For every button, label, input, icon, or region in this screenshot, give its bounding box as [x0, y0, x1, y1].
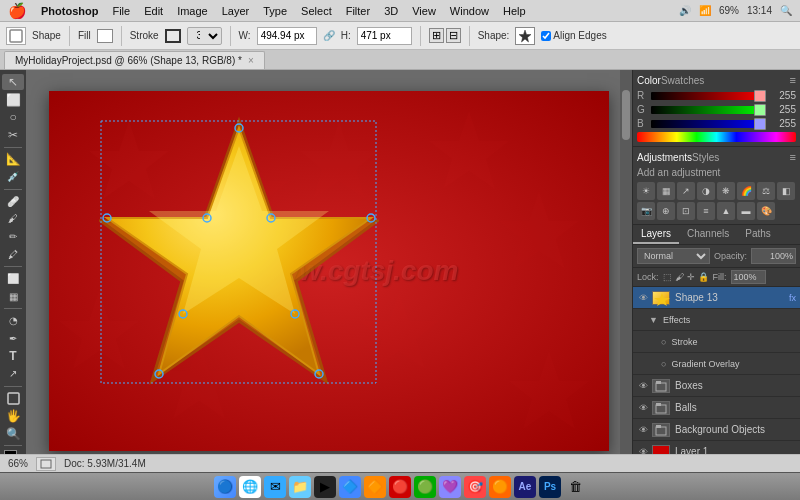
opacity-value[interactable]: 100% [751, 248, 796, 264]
eyedropper-tool[interactable]: 💉 [2, 169, 24, 185]
path-select-tool[interactable]: ↗ [2, 366, 24, 382]
dock-unity[interactable]: ▶ [314, 476, 336, 498]
dock-chrome[interactable]: 🌐 [239, 476, 261, 498]
menu-3d[interactable]: 3D [384, 5, 398, 17]
crop-tool[interactable]: 📐 [2, 151, 24, 167]
menu-window[interactable]: Window [450, 5, 489, 17]
shape-picker[interactable] [515, 27, 535, 45]
b-slider[interactable] [651, 120, 766, 128]
link-icon[interactable]: 🔗 [323, 30, 335, 41]
dock-app10[interactable]: 🎯 [464, 476, 486, 498]
path-op-btn2[interactable]: ⊟ [446, 28, 461, 43]
fit-canvas-btn[interactable] [36, 457, 56, 471]
canvas[interactable]: www.cgtsj.com [49, 91, 609, 451]
blend-mode-select[interactable]: NormalMultiplyScreen [637, 248, 710, 264]
hsl-adj[interactable]: 🌈 [737, 182, 755, 200]
menu-help[interactable]: Help [503, 5, 526, 17]
history-brush-tool[interactable]: 🖍 [2, 246, 24, 262]
v-scrollbar[interactable] [620, 70, 632, 460]
menu-edit[interactable]: Edit [144, 5, 163, 17]
lock-position-btn[interactable]: ✛ [687, 272, 695, 282]
apple-menu[interactable]: 🍎 [8, 2, 27, 20]
exposure-adj[interactable]: ◑ [697, 182, 715, 200]
vibrance-adj[interactable]: ❋ [717, 182, 735, 200]
dock-app6[interactable]: 🔶 [364, 476, 386, 498]
colorbalance-adj[interactable]: ⚖ [757, 182, 775, 200]
v-scroll-thumb[interactable] [622, 90, 630, 140]
adj-panel-menu[interactable]: ≡ [790, 151, 796, 163]
lock-transparent-btn[interactable]: ⬚ [663, 272, 672, 282]
dock-trash[interactable]: 🗑 [564, 476, 586, 498]
menu-type[interactable]: Type [263, 5, 287, 17]
color-spectrum[interactable] [637, 132, 796, 142]
curves-adj[interactable]: ↗ [677, 182, 695, 200]
gradient-tool[interactable]: ▦ [2, 289, 24, 305]
posterize-adj[interactable]: ≡ [697, 202, 715, 220]
close-tab-btn[interactable]: × [248, 55, 254, 66]
width-input[interactable] [257, 27, 317, 45]
lock-all-btn[interactable]: 🔒 [698, 272, 709, 282]
eraser-tool[interactable]: ⬜ [2, 271, 24, 287]
layer-bg-objects[interactable]: 👁 Background Objects [633, 419, 800, 441]
color-tab[interactable]: Color [637, 75, 661, 86]
color-panel-menu[interactable]: ≡ [790, 74, 796, 86]
menu-select[interactable]: Select [301, 5, 332, 17]
dodge-tool[interactable]: ◔ [2, 313, 24, 329]
invert-adj[interactable]: ⊡ [677, 202, 695, 220]
threshold-adj[interactable]: ▲ [717, 202, 735, 220]
layer-effects[interactable]: ▼ Effects [633, 309, 800, 331]
document-tab[interactable]: MyHolidayProject.psd @ 66% (Shape 13, RG… [4, 51, 265, 69]
paths-tab[interactable]: Paths [737, 225, 779, 244]
dock-app8[interactable]: 🟢 [414, 476, 436, 498]
dock-ae[interactable]: Ae [514, 476, 536, 498]
layer-vis-icon[interactable]: 👁 [637, 424, 649, 436]
gradient-map-adj[interactable]: ▬ [737, 202, 755, 220]
spotlight-icon[interactable]: 🔍 [780, 5, 792, 16]
dock-files[interactable]: 📁 [289, 476, 311, 498]
zoom-tool[interactable]: 🔍 [2, 426, 24, 442]
dock-app9[interactable]: 💜 [439, 476, 461, 498]
lock-pixels-btn[interactable]: 🖌 [675, 272, 684, 282]
spot-heal-tool[interactable]: 🩹 [2, 193, 24, 209]
volume-icon[interactable]: 🔊 [679, 5, 691, 16]
layer-vis-icon[interactable]: 👁 [637, 292, 649, 304]
lasso-tool[interactable]: ○ [2, 109, 24, 125]
layer-stroke[interactable]: ○ Stroke [633, 331, 800, 353]
fill-color-swatch[interactable] [97, 29, 113, 43]
canvas-area[interactable]: www.cgtsj.com [26, 70, 632, 472]
layer-boxes[interactable]: 👁 Boxes [633, 375, 800, 397]
brush-tool[interactable]: 🖌 [2, 211, 24, 227]
menu-photoshop[interactable]: Photoshop [41, 5, 98, 17]
levels-adj[interactable]: ▦ [657, 182, 675, 200]
photofilter-adj[interactable]: 📷 [637, 202, 655, 220]
channel-adj[interactable]: ⊕ [657, 202, 675, 220]
pen-tool[interactable]: ✒ [2, 331, 24, 347]
layer-balls[interactable]: 👁 Balls [633, 397, 800, 419]
layer-shape13[interactable]: 👁 Shape 13 fx [633, 287, 800, 309]
dock-finder[interactable]: 🔵 [214, 476, 236, 498]
bw-adj[interactable]: ◧ [777, 182, 795, 200]
dock-app5[interactable]: 🔷 [339, 476, 361, 498]
layer-gradient-overlay[interactable]: ○ Gradient Overlay [633, 353, 800, 375]
height-input[interactable] [357, 27, 412, 45]
type-tool[interactable]: T [2, 348, 24, 364]
r-slider[interactable] [651, 92, 766, 100]
shape-tool[interactable] [2, 390, 24, 406]
stroke-width-select[interactable]: 3 pt [187, 27, 222, 45]
stroke-color-swatch[interactable] [165, 29, 181, 43]
swatches-tab[interactable]: Swatches [661, 75, 704, 86]
fill-value[interactable]: 100% [731, 270, 766, 284]
brightness-adj[interactable]: ☀ [637, 182, 655, 200]
move-tool[interactable]: ↖ [2, 74, 24, 90]
adjustments-tab[interactable]: Adjustments [637, 152, 692, 163]
menu-filter[interactable]: Filter [346, 5, 370, 17]
wifi-icon[interactable]: 📶 [699, 5, 711, 16]
path-op-btn[interactable]: ⊞ [429, 28, 444, 43]
menu-image[interactable]: Image [177, 5, 208, 17]
g-slider[interactable] [651, 106, 766, 114]
marquee-tool[interactable]: ⬜ [2, 92, 24, 108]
styles-tab[interactable]: Styles [692, 152, 719, 163]
layer-vis-icon[interactable]: 👁 [637, 380, 649, 392]
quick-select-tool[interactable]: ✂ [2, 127, 24, 143]
hand-tool[interactable]: 🖐 [2, 408, 24, 424]
